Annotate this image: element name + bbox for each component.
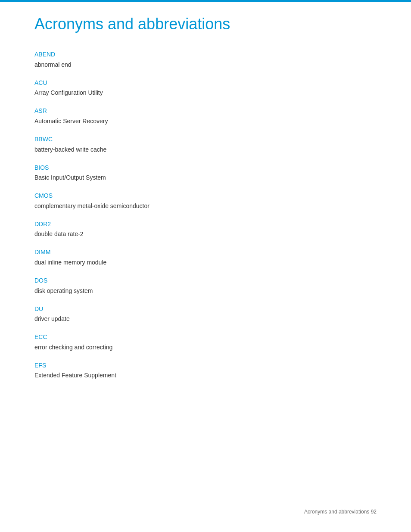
acronym-definition: complementary metal-oxide semiconductor — [34, 202, 377, 211]
acronym-definition: Basic Input/Output System — [34, 173, 377, 182]
acronym-definition: dual inline memory module — [34, 258, 377, 267]
acronym-definition: driver update — [34, 314, 377, 324]
acronym-list: ABENDabnormal endACUArray Configuration … — [34, 50, 377, 380]
acronym-definition: error checking and correcting — [34, 343, 377, 352]
footer-text: Acronyms and abbreviations — [304, 509, 371, 515]
acronym-term: CMOS — [34, 192, 377, 200]
list-item: ASRAutomatic Server Recovery — [34, 107, 377, 126]
acronym-definition: Array Configuration Utility — [34, 88, 377, 97]
list-item: ECCerror checking and correcting — [34, 333, 377, 352]
acronym-term: ASR — [34, 107, 377, 115]
acronym-term: ACU — [34, 79, 377, 87]
list-item: DUdriver update — [34, 305, 377, 324]
list-item: DIMMdual inline memory module — [34, 248, 377, 267]
page-container: Acronyms and abbreviations ABENDabnormal… — [0, 0, 411, 532]
acronym-definition: battery-backed write cache — [34, 145, 377, 154]
acronym-term: EFS — [34, 361, 377, 370]
list-item: CMOScomplementary metal-oxide semiconduc… — [34, 192, 377, 211]
acronym-term: ABEND — [34, 50, 377, 59]
page-footer: Acronyms and abbreviations 92 — [304, 509, 377, 515]
list-item: DDR2double data rate-2 — [34, 220, 377, 239]
acronym-term: DIMM — [34, 248, 377, 257]
acronym-term: BIOS — [34, 164, 377, 172]
list-item: ACUArray Configuration Utility — [34, 79, 377, 98]
page-title: Acronyms and abbreviations — [34, 15, 377, 33]
list-item: ABENDabnormal end — [34, 50, 377, 69]
acronym-term: DDR2 — [34, 220, 377, 229]
acronym-definition: Automatic Server Recovery — [34, 117, 377, 126]
list-item: BIOSBasic Input/Output System — [34, 164, 377, 183]
content-area: Acronyms and abbreviations ABENDabnormal… — [0, 2, 411, 424]
acronym-term: BBWC — [34, 135, 377, 144]
acronym-definition: abnormal end — [34, 60, 377, 69]
list-item: DOSdisk operating system — [34, 277, 377, 296]
acronym-definition: double data rate-2 — [34, 230, 377, 239]
acronym-definition: Extended Feature Supplement — [34, 371, 377, 380]
acronym-term: ECC — [34, 333, 377, 342]
acronym-term: DOS — [34, 277, 377, 285]
list-item: BBWCbattery-backed write cache — [34, 135, 377, 154]
list-item: EFSExtended Feature Supplement — [34, 361, 377, 380]
acronym-definition: disk operating system — [34, 286, 377, 296]
footer-page-number: 92 — [371, 509, 377, 515]
acronym-term: DU — [34, 305, 377, 314]
